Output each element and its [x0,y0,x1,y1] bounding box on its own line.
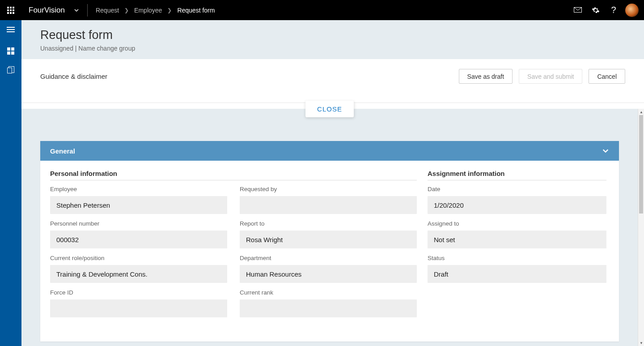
action-buttons: Save as draft Save and submit Cancel [459,69,625,84]
field-employee: Employee Stephen Petersen [50,186,227,214]
close-button[interactable]: CLOSE [305,101,354,117]
scroll-area: CLOSE General Personal information Emplo… [21,109,638,346]
messages-icon[interactable] [569,0,587,20]
page-title: Request form [40,28,644,42]
action-band: Guidance & disclaimer Save as draft Save… [21,59,644,103]
body-region: CLOSE General Personal information Emplo… [21,109,644,346]
breadcrumb-item[interactable]: Request [96,7,119,14]
label-personnel-number: Personnel number [50,220,227,227]
value-assigned-to[interactable]: Not set [428,231,606,248]
field-report-to: Report to Rosa Wright [240,220,417,248]
app-launcher[interactable] [0,0,21,20]
scroll-track[interactable] [638,115,644,340]
field-personnel-number: Personnel number 000032 [50,220,227,248]
field-current-rank: Current rank [240,289,417,317]
sidebar-item-dashboard[interactable] [0,42,21,60]
topbar: FourVision Request ❯ Employee ❯ Request … [0,0,644,20]
value-status[interactable]: Draft [428,265,606,283]
field-force-id: Force ID [50,289,227,317]
label-department: Department [240,255,417,261]
label-force-id: Force ID [50,289,227,296]
label-status: Status [428,255,606,261]
cancel-button[interactable]: Cancel [589,69,625,84]
label-employee: Employee [50,186,227,192]
field-status: Status Draft [428,255,606,283]
label-date: Date [428,186,606,192]
label-requested-by: Requested by [240,186,417,192]
field-assigned-to: Assigned to Not set [428,220,606,248]
panel-header[interactable]: General [40,141,619,161]
value-force-id[interactable] [50,299,227,317]
field-department: Department Human Resources [240,255,417,283]
value-report-to[interactable]: Rosa Wright [240,231,417,248]
value-current-role[interactable]: Training & Development Cons. [50,265,227,283]
personal-col: Personal information Employee Stephen Pe… [50,170,417,324]
label-current-role: Current role/position [50,255,227,261]
avatar[interactable] [625,4,639,17]
value-employee[interactable]: Stephen Petersen [50,196,227,214]
field-date: Date 1/20/2020 [428,186,606,214]
guidance-label: Guidance & disclaimer [40,73,107,80]
waffle-icon [7,7,14,14]
value-personnel-number[interactable]: 000032 [50,231,227,248]
label-report-to: Report to [240,220,417,227]
main-area: Request form Unassigned | Name change gr… [21,20,644,346]
scroll-down-arrow-icon[interactable]: ▼ [638,340,644,346]
page-subtitle: Unassigned | Name change group [40,45,644,52]
sidebar-item-workspaces[interactable] [0,60,21,79]
chevron-right-icon: ❯ [167,7,172,13]
value-current-rank[interactable] [240,299,417,317]
value-department[interactable]: Human Resources [240,265,417,283]
company-name: FourVision [29,6,65,15]
chevron-down-icon [74,8,79,13]
topbar-right: ? [569,0,644,20]
value-requested-by[interactable] [240,196,417,214]
value-date[interactable]: 1/20/2020 [428,196,606,214]
breadcrumb-item[interactable]: Employee [134,7,162,14]
chevron-down-icon [602,147,609,154]
scroll-thumb[interactable] [639,115,643,214]
help-icon[interactable]: ? [605,0,623,20]
tiles-icon [7,47,14,55]
section-title-personal: Personal information [50,170,417,180]
gear-icon[interactable] [587,0,605,20]
scrollbar[interactable]: ▲ ▼ [638,109,644,346]
company-switcher[interactable]: FourVision [21,0,87,20]
panel-body: Personal information Employee Stephen Pe… [40,161,619,342]
scroll-up-arrow-icon[interactable]: ▲ [638,109,644,115]
assignment-col: Assignment information Date 1/20/2020 As… [428,170,606,324]
general-panel: General Personal information Employee St… [40,141,619,342]
save-as-draft-button[interactable]: Save as draft [459,69,513,84]
sidebar [0,20,21,346]
field-current-role: Current role/position Training & Develop… [50,255,227,283]
label-current-rank: Current rank [240,289,417,296]
breadcrumb-current: Request form [177,7,215,14]
breadcrumb: Request ❯ Employee ❯ Request form [88,0,215,20]
label-assigned-to: Assigned to [428,220,606,227]
page-header: Request form Unassigned | Name change gr… [21,20,644,59]
field-requested-by: Requested by [240,186,417,214]
hamburger-icon [7,27,15,32]
save-and-submit-button: Save and submit [519,69,582,84]
chevron-right-icon: ❯ [124,7,129,13]
section-title-assignment: Assignment information [428,170,606,180]
stack-icon [7,66,14,73]
panel-title: General [50,147,75,155]
sidebar-menu-toggle[interactable] [0,20,21,39]
